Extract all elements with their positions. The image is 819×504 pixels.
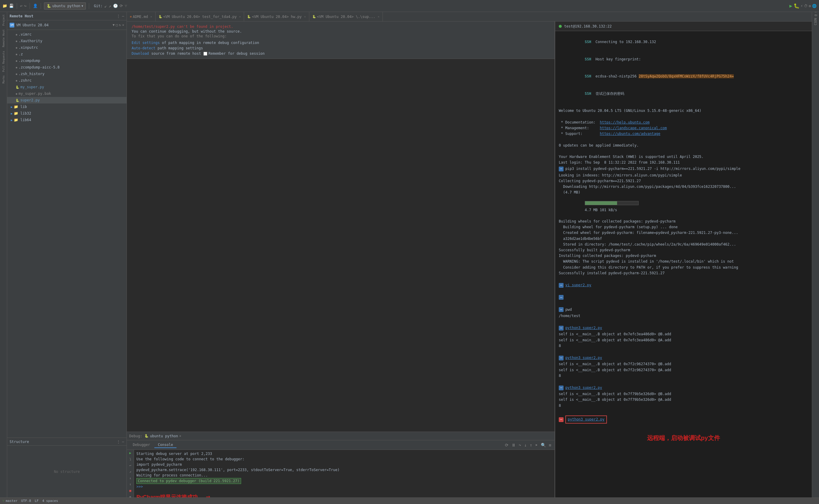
tab-readme[interactable]: ≡ ADME.md ✕ [127, 12, 156, 21]
pause-icon[interactable]: ⏸ [511, 442, 517, 448]
tab-tda4[interactable]: 🐍 <VM Ubuntu 20.04> test_for_tda4.py ✕ [156, 12, 244, 21]
python4-link[interactable]: python3 super2.py [568, 417, 605, 422]
structure-content: No structure [7, 446, 127, 497]
git-history-icon[interactable]: 🕐 [113, 4, 118, 8]
support-link[interactable]: https://ubuntu.com/advantage [600, 132, 660, 136]
profile-button[interactable]: ⏱ [804, 4, 808, 8]
tree-item-lib32[interactable]: ▶ 📁 lib32 [7, 110, 127, 117]
encoding-status[interactable]: UTF-8 [21, 499, 31, 503]
console-tab[interactable]: Console [154, 442, 177, 448]
tab-close-icon[interactable]: ✕ [239, 15, 241, 18]
line-separator-status[interactable]: LF [35, 499, 39, 503]
tree-item-my-super-py[interactable]: 🐍 my_super.py [7, 84, 127, 90]
translate-icon[interactable]: 🌐 [812, 4, 817, 8]
tree-item-zcompdump-aicc[interactable]: ✱ .zcompdump-aicc-5.8 [7, 64, 127, 71]
python2-link[interactable]: python3 super2.py [565, 355, 602, 361]
step-icon[interactable]: ⤵ [130, 457, 131, 461]
step-over-icon[interactable]: ↷ [518, 442, 522, 448]
vm-settings-icon[interactable]: ↻ [119, 23, 121, 27]
vm-close-icon[interactable]: ✕ [122, 23, 124, 27]
mgmt-link[interactable]: https://landscape.canonical.com [600, 126, 667, 130]
debug-left-icons: ▶ ⤵ ↩ ↗ ↓ ↑ ■ ⊗ ⚙ 📌 🗑 [127, 450, 134, 497]
tab-close-icon[interactable]: ✕ [150, 15, 152, 18]
stop-icon[interactable]: ■ [129, 489, 131, 493]
empty-cmd-toggle[interactable]: – [559, 295, 564, 300]
step-up-icon[interactable]: ↑ [129, 482, 131, 486]
python3-toggle[interactable]: – [559, 386, 564, 390]
coverage-button[interactable]: ⚡ [801, 4, 803, 8]
step-out-icon[interactable]: ↑ [529, 442, 533, 448]
debugger-tab[interactable]: Debugger [129, 442, 154, 448]
debug-button[interactable]: 🐛 [794, 3, 800, 9]
run-button[interactable]: ▶ [789, 3, 792, 9]
tree-item-zcompdump[interactable]: ✱ .zcompdump [7, 57, 127, 64]
chevron-down-icon: ▼ [82, 4, 83, 7]
tab-close-icon[interactable]: ✕ [378, 15, 380, 18]
pull-requests-sidebar-icon[interactable]: Pull Requests [2, 51, 5, 72]
tree-item-vimrc[interactable]: ✱ .vimrc [7, 31, 127, 38]
remote-host-sidebar-icon[interactable]: Remote Host [2, 29, 5, 47]
run-config-dropdown[interactable]: 🐍 ubuntu python ▼ [44, 2, 86, 10]
vm-selector[interactable]: VM VM Ubuntu 20.04 ▼ □ ↻ ✕ [7, 20, 127, 30]
python1-link[interactable]: python3 super2.py [565, 325, 602, 331]
panel-menu-icon[interactable]: ⋮ [117, 14, 120, 18]
tree-item-xauthority[interactable]: ✱ .Xauthority [7, 38, 127, 44]
tree-item-super2-py[interactable]: 🐍 super2.py [7, 97, 127, 103]
step-into-icon[interactable]: ↓ [523, 442, 527, 448]
redo-icon[interactable]: ↪ [24, 4, 27, 8]
doc-link[interactable]: https://help.ubuntu.com [600, 120, 649, 124]
git-pull-icon[interactable]: ↙ [104, 4, 107, 8]
step-into-btn[interactable]: ↩ [129, 464, 131, 468]
git-branch-status[interactable]: ⑂ master [2, 499, 18, 503]
vcs-update-icon[interactable]: ⟳ [120, 4, 123, 8]
git-push-icon[interactable]: ↗ [109, 4, 111, 8]
project-sidebar-icon[interactable]: Project [2, 14, 5, 26]
marks-sidebar-icon[interactable]: Marks [2, 75, 5, 83]
download-link[interactable]: Download [132, 51, 149, 56]
breakpoints-icon[interactable]: ⊗ [129, 495, 131, 497]
tree-item-my-super-py-bak[interactable]: ✱ my_super.py.bak [7, 90, 127, 97]
resume-icon[interactable]: ▶ [129, 451, 131, 455]
step-out-btn[interactable]: ↗ [129, 470, 131, 474]
vi-super2-link[interactable]: vi super2.py [565, 282, 591, 288]
evaluate-icon[interactable]: 🔍 [540, 442, 547, 448]
indent-status[interactable]: 4 spaces [42, 499, 58, 503]
debug-close-icon[interactable]: ✕ [179, 434, 181, 438]
structure-menu-icon[interactable]: ⋮ [117, 440, 120, 444]
tree-item-zsh-history[interactable]: ✱ .zsh_history [7, 71, 127, 77]
tab-close-icon[interactable]: ✕ [304, 15, 306, 18]
save-icon[interactable]: 💾 [9, 4, 14, 8]
python3-link[interactable]: python3 super2.py [565, 385, 602, 391]
vcs-branch-icon[interactable]: ⑂ [125, 4, 127, 8]
ssh-line-saved-pw: SSH 尝试已保存的密码 [559, 85, 808, 103]
vm-expand-icon[interactable]: ▼ [113, 23, 115, 27]
tree-item-xinputrc[interactable]: ✱ .xinputrc [7, 44, 127, 51]
remember-checkbox[interactable]: Remember for debug session [203, 51, 265, 56]
undo-icon[interactable]: ↩ [20, 4, 22, 8]
tree-item-lib64[interactable]: ▶ 📁 lib64 [7, 117, 127, 123]
frames-icon[interactable]: ≡ [548, 442, 552, 448]
python4-toggle[interactable]: – [559, 417, 564, 422]
tree-item-z[interactable]: ✱ .z [7, 51, 127, 57]
run-to-cursor-icon[interactable]: ➤ [534, 442, 538, 448]
ssh-cmd-toggle[interactable]: – [559, 167, 564, 171]
settings-icon[interactable]: ⚙ [809, 4, 811, 8]
auto-detect-link[interactable]: Auto-detect [132, 46, 155, 50]
python1-toggle[interactable]: – [559, 326, 564, 331]
structure-collapse-icon[interactable]: – [122, 440, 124, 444]
vm-collapse-icon[interactable]: □ [116, 23, 118, 27]
pwd-cmd-toggle[interactable]: – [559, 307, 564, 312]
tree-item-zshrc[interactable]: ✱ .zshrc [7, 77, 127, 84]
vi-cmd-toggle[interactable]: – [559, 283, 564, 288]
tab-bar: ≡ ADME.md ✕ 🐍 <VM Ubuntu 20.04> test_for… [127, 12, 812, 22]
tree-item-lib[interactable]: ▶ 📁 lib [7, 103, 127, 110]
remember-checkbox-input[interactable] [203, 52, 207, 56]
tab-hw[interactable]: 🐍 <VM Ubuntu 20.04> hw.py ✕ [244, 12, 309, 21]
line-sep-label: LF [35, 499, 39, 503]
restart-debug-icon[interactable]: ⟳ [504, 442, 509, 448]
python2-toggle[interactable]: – [559, 356, 564, 360]
step-down-icon[interactable]: ↓ [129, 476, 131, 480]
tab-sup[interactable]: 🐍 <VM Ubuntu 20.04> \.\sup... ✕ [309, 12, 383, 21]
edit-settings-link[interactable]: Edit settings [132, 41, 160, 45]
panel-minus-icon[interactable]: – [122, 14, 124, 18]
